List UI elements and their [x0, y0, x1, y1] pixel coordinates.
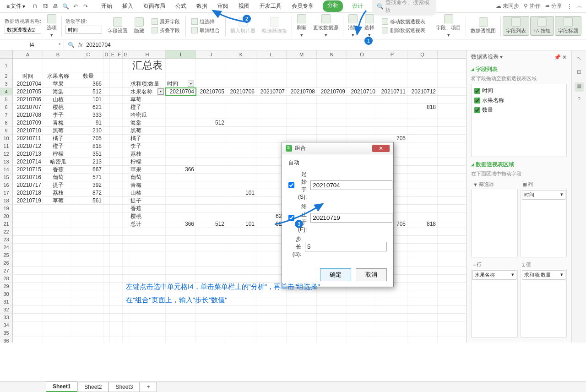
cell[interactable] [407, 189, 438, 196]
tab-formula[interactable]: 公式 [174, 0, 187, 12]
step-input[interactable] [305, 242, 387, 251]
cell[interactable]: 20210704 [166, 88, 196, 95]
cell[interactable] [123, 236, 129, 243]
cell[interactable] [103, 244, 110, 251]
cell[interactable] [123, 321, 129, 329]
cell[interactable]: 20210712 [407, 88, 438, 95]
cell[interactable] [13, 228, 43, 235]
cell[interactable]: 樱桃 [129, 212, 166, 220]
cell[interactable] [110, 283, 116, 290]
cell[interactable] [196, 135, 226, 142]
cell[interactable] [226, 174, 256, 181]
delete-pt-button[interactable]: 删除数据透视表 [380, 27, 427, 34]
row-header[interactable]: 14 [0, 166, 13, 173]
cell[interactable]: 20210710 [347, 88, 377, 95]
cell[interactable] [110, 205, 116, 212]
cell[interactable] [407, 111, 438, 119]
cell[interactable] [226, 72, 256, 80]
cell[interactable]: 621 [73, 103, 103, 111]
cell[interactable]: 求和项:数量 [129, 80, 166, 87]
cell[interactable]: 提子 [129, 197, 166, 204]
cell[interactable] [123, 166, 129, 173]
cell[interactable] [166, 205, 196, 212]
row-header[interactable]: 35 [0, 329, 13, 337]
cell[interactable] [347, 96, 377, 103]
cell[interactable] [129, 259, 166, 267]
cell[interactable]: 哈密瓜 [43, 158, 73, 165]
cell[interactable] [196, 259, 226, 267]
cell[interactable] [407, 127, 438, 134]
cell[interactable] [317, 329, 347, 337]
cell[interactable] [13, 59, 43, 72]
cell[interactable] [377, 329, 407, 337]
cell[interactable] [110, 135, 116, 142]
filter-area[interactable] [471, 189, 518, 257]
cell[interactable] [166, 267, 196, 274]
cell[interactable] [317, 80, 347, 87]
options-button[interactable]: 选项▾ [44, 13, 60, 39]
cell[interactable] [226, 80, 256, 87]
row-header[interactable]: 27 [0, 267, 13, 274]
cell[interactable]: 366 [166, 220, 196, 228]
cell[interactable] [377, 59, 407, 72]
row-header[interactable]: 31 [0, 298, 13, 305]
cell[interactable] [123, 329, 129, 337]
cell[interactable] [103, 181, 110, 189]
cell[interactable] [13, 267, 43, 274]
cell[interactable] [13, 283, 43, 290]
cell[interactable] [103, 174, 110, 181]
cell[interactable] [196, 337, 226, 343]
row-header[interactable]: 4 [0, 88, 13, 95]
cell[interactable]: 20210707 [256, 88, 287, 95]
cell[interactable] [110, 189, 116, 196]
cell[interactable] [407, 329, 438, 337]
cell[interactable] [377, 96, 407, 103]
row-header[interactable]: 15 [0, 174, 13, 181]
cell[interactable]: 山楂 [129, 189, 166, 196]
col-header[interactable]: P [377, 50, 407, 58]
tab-dev[interactable]: 开发工具 [259, 0, 282, 12]
cell[interactable] [196, 205, 226, 212]
row-header[interactable]: 21 [0, 220, 13, 228]
cell[interactable] [43, 314, 73, 321]
cell[interactable] [256, 127, 287, 134]
cell[interactable] [110, 142, 116, 150]
rows-area[interactable]: 水果名称▾ [471, 269, 518, 338]
name-box[interactable]: I4 [0, 41, 64, 49]
cell[interactable] [347, 80, 377, 87]
cell[interactable] [196, 212, 226, 220]
more-icon[interactable]: ⋮ [567, 3, 572, 10]
cell[interactable]: 橙子 [129, 103, 166, 111]
cell[interactable] [256, 59, 287, 72]
close-panel-icon[interactable]: ✕ [562, 54, 567, 60]
cell[interactable] [196, 236, 226, 243]
cell[interactable] [116, 127, 123, 134]
cell[interactable] [110, 72, 116, 80]
cursor-icon[interactable]: ↖ [575, 55, 584, 64]
cell[interactable] [196, 158, 226, 165]
cell[interactable]: 351 [73, 150, 103, 158]
cell[interactable] [123, 59, 129, 72]
cell[interactable] [103, 88, 110, 95]
cell[interactable] [196, 166, 226, 173]
cell[interactable] [226, 236, 256, 243]
row-header[interactable]: 22 [0, 228, 13, 235]
row-header[interactable]: 17 [0, 189, 13, 196]
cell[interactable] [73, 275, 103, 282]
cell[interactable] [123, 80, 129, 87]
cell[interactable] [347, 135, 377, 142]
cell[interactable] [110, 158, 116, 165]
cell[interactable] [103, 72, 110, 80]
cell[interactable] [43, 321, 73, 329]
cell[interactable] [123, 212, 129, 220]
cell[interactable]: 李子 [129, 142, 166, 150]
cell[interactable]: 705 [377, 135, 407, 142]
share-button[interactable]: ➦ 分享 [545, 2, 562, 10]
cell[interactable] [129, 329, 166, 337]
cell[interactable]: 872 [73, 189, 103, 196]
cell[interactable] [73, 228, 103, 235]
cell[interactable] [166, 174, 196, 181]
cell[interactable] [226, 111, 256, 119]
cell[interactable]: 20210704 [13, 80, 43, 87]
cell[interactable] [256, 337, 287, 343]
